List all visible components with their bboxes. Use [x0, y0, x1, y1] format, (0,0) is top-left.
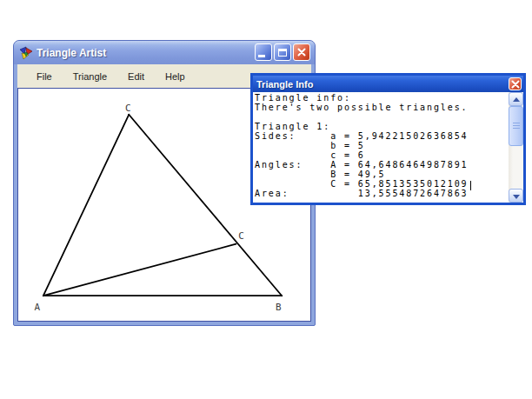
- maximize-icon: [278, 49, 287, 57]
- minimize-icon: [258, 55, 265, 57]
- menu-item-help[interactable]: Help: [155, 69, 196, 84]
- info-close-button[interactable]: [509, 77, 522, 90]
- window-title: Triangle Artist: [37, 47, 106, 59]
- close-button[interactable]: [293, 43, 310, 61]
- scroll-up-button[interactable]: [509, 92, 523, 106]
- triangle-info-window: Triangle Info Triangle info: There's two…: [250, 73, 526, 205]
- triangle-side-b-AC: [43, 115, 129, 296]
- menu-item-edit[interactable]: Edit: [117, 69, 155, 84]
- info-titlebar[interactable]: Triangle Info: [253, 76, 523, 92]
- main-titlebar[interactable]: Triangle Artist: [14, 41, 315, 64]
- text-caret: [470, 181, 471, 190]
- scrollbar-grip-icon: [513, 123, 520, 130]
- close-icon: [510, 79, 521, 90]
- info-window-title: Triangle Info: [256, 79, 313, 90]
- menu-item-triangle[interactable]: Triangle: [63, 69, 117, 84]
- vertex-label-B: B: [276, 302, 282, 313]
- menu-item-file[interactable]: File: [26, 69, 63, 84]
- vertex-label-C: C: [238, 230, 244, 242]
- vertex-label-A: A: [35, 302, 41, 313]
- arrow-down-icon: [513, 195, 520, 199]
- arrow-up-icon: [513, 97, 520, 102]
- app-icon: [19, 46, 33, 60]
- minimize-button[interactable]: [255, 43, 272, 61]
- scrollbar-thumb[interactable]: [509, 106, 523, 146]
- vertex-label-C: C: [125, 103, 131, 114]
- triangle-second-triangle-AC: [43, 244, 236, 296]
- scroll-down-button[interactable]: [509, 189, 523, 203]
- vertical-scrollbar[interactable]: [509, 92, 523, 203]
- maximize-button[interactable]: [274, 43, 291, 61]
- close-icon: [296, 47, 307, 57]
